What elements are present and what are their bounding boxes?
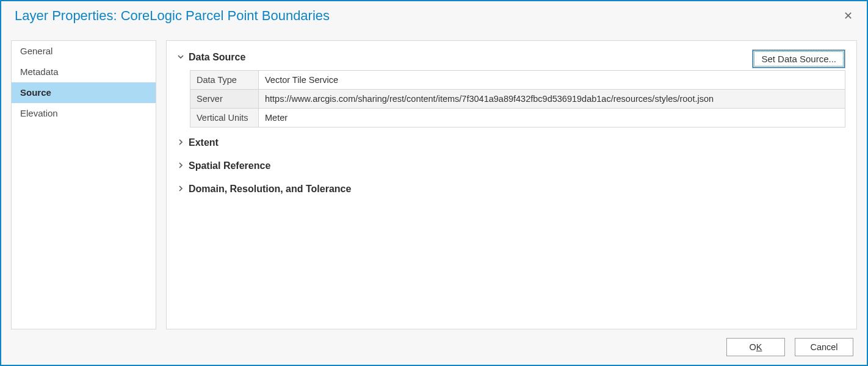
- prop-value: Meter: [259, 109, 845, 127]
- section-label: Extent: [189, 137, 219, 148]
- sidebar-item-elevation[interactable]: Elevation: [12, 103, 156, 124]
- section-spatial-reference: Spatial Reference: [178, 158, 845, 174]
- section-data-source: Data Source Data Type Vector Tile Servic…: [178, 49, 845, 127]
- set-data-source-button[interactable]: Set Data Source...: [752, 49, 845, 68]
- dialog-content: General Metadata Source Elevation Set Da…: [1, 30, 867, 329]
- section-label: Data Source: [189, 52, 245, 63]
- chevron-right-icon: [178, 138, 185, 147]
- prop-key: Vertical Units: [190, 109, 259, 127]
- section-header-extent[interactable]: Extent: [178, 135, 845, 151]
- sidebar-item-metadata[interactable]: Metadata: [12, 62, 156, 82]
- sidebar: General Metadata Source Elevation: [11, 40, 156, 329]
- sidebar-item-general[interactable]: General: [12, 41, 156, 62]
- ok-pre: O: [750, 342, 756, 352]
- sidebar-item-label: Elevation: [20, 108, 58, 118]
- prop-value: Vector Tile Service: [259, 71, 845, 90]
- table-row: Data Type Vector Tile Service: [190, 71, 845, 90]
- prop-key: Server: [190, 90, 259, 109]
- section-label: Spatial Reference: [189, 160, 270, 171]
- sidebar-item-source[interactable]: Source: [12, 82, 156, 103]
- dialog-title: Layer Properties: CoreLogic Parcel Point…: [15, 8, 837, 24]
- chevron-right-icon: [178, 162, 185, 170]
- section-extent: Extent: [178, 135, 845, 151]
- section-header-data-source[interactable]: Data Source: [178, 49, 845, 65]
- ok-button[interactable]: OK: [726, 338, 785, 356]
- section-header-spatial-reference[interactable]: Spatial Reference: [178, 158, 845, 174]
- titlebar: Layer Properties: CoreLogic Parcel Point…: [1, 1, 867, 30]
- table-row: Vertical Units Meter: [190, 109, 845, 127]
- close-icon[interactable]: ✕: [837, 5, 858, 26]
- sidebar-item-label: Metadata: [20, 66, 59, 77]
- data-source-table: Data Type Vector Tile Service Server htt…: [190, 70, 845, 127]
- cancel-button[interactable]: Cancel: [795, 338, 853, 356]
- dialog-footer: OK Cancel: [1, 329, 867, 365]
- prop-key: Data Type: [190, 71, 259, 90]
- section-domain-resolution-tolerance: Domain, Resolution, and Tolerance: [178, 181, 845, 197]
- ok-key: K: [756, 342, 762, 352]
- section-header-domain[interactable]: Domain, Resolution, and Tolerance: [178, 181, 845, 197]
- main-panel: Set Data Source... Data Source Data Type…: [166, 40, 857, 329]
- table-row: Server https://www.arcgis.com/sharing/re…: [190, 90, 845, 109]
- sidebar-item-label: Source: [20, 87, 51, 98]
- chevron-down-icon: [178, 53, 185, 62]
- prop-value: https://www.arcgis.com/sharing/rest/cont…: [259, 90, 845, 109]
- chevron-right-icon: [178, 185, 185, 193]
- layer-properties-dialog: Layer Properties: CoreLogic Parcel Point…: [0, 0, 868, 366]
- section-label: Domain, Resolution, and Tolerance: [189, 184, 351, 195]
- sidebar-item-label: General: [20, 46, 52, 56]
